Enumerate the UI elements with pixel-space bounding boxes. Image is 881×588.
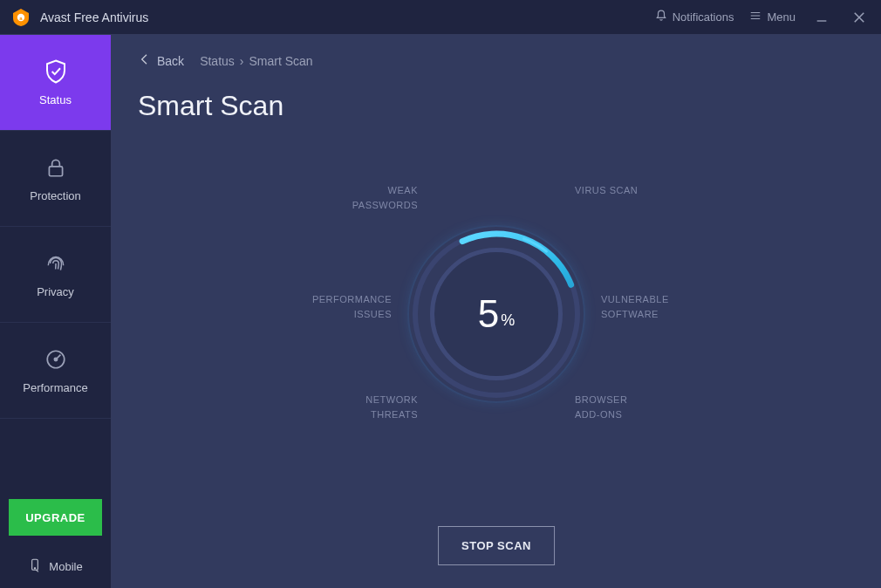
sidebar-item-label: Mobile xyxy=(49,560,82,573)
sidebar-item-label: Privacy xyxy=(37,285,74,298)
menu-label: Menu xyxy=(767,10,796,24)
notifications-button[interactable]: Notifications xyxy=(655,10,734,24)
lock-icon xyxy=(43,154,69,181)
percent-symbol: % xyxy=(501,311,515,330)
sidebar-item-label: Performance xyxy=(23,381,87,394)
category-virus-scan: VIRUS SCAN xyxy=(575,183,638,198)
top-row: Back Status › Smart Scan xyxy=(138,52,855,69)
sidebar-item-mobile[interactable]: Mobile xyxy=(0,544,111,588)
breadcrumb: Status › Smart Scan xyxy=(200,54,313,68)
main-content: Back Status › Smart Scan Smart Scan WEAK… xyxy=(112,35,881,588)
close-button[interactable] xyxy=(848,6,871,29)
page-title: Smart Scan xyxy=(138,90,855,122)
hamburger-icon xyxy=(749,10,761,24)
upgrade-button[interactable]: UPGRADE xyxy=(9,499,102,536)
gauge-icon xyxy=(43,346,69,373)
back-label: Back xyxy=(157,54,184,68)
sidebar-item-label: Status xyxy=(39,93,72,106)
progress-percent: 5 % xyxy=(409,227,584,401)
stop-scan-button[interactable]: STOP SCAN xyxy=(438,526,555,565)
progress-ring: 5 % xyxy=(409,227,584,401)
menu-button[interactable]: Menu xyxy=(749,10,796,24)
progress-value: 5 xyxy=(478,292,499,336)
breadcrumb-current: Smart Scan xyxy=(249,54,313,68)
titlebar: a Avast Free Antivirus Notifications Men… xyxy=(0,0,881,35)
sidebar: Status Protection Privacy Performance UP… xyxy=(0,35,112,588)
avast-logo-icon: a xyxy=(10,7,31,28)
shield-check-icon xyxy=(43,58,69,85)
sidebar-item-performance[interactable]: Performance xyxy=(0,323,111,419)
sidebar-item-privacy[interactable]: Privacy xyxy=(0,227,111,323)
category-vulnerable-software: VULNERABLE SOFTWARE xyxy=(601,292,669,321)
fingerprint-icon xyxy=(43,250,69,277)
svg-point-4 xyxy=(54,358,57,360)
mobile-icon xyxy=(28,558,42,575)
minimize-button[interactable] xyxy=(811,7,832,28)
app-title: Avast Free Antivirus xyxy=(40,10,655,24)
titlebar-actions: Notifications Menu xyxy=(655,6,871,29)
breadcrumb-separator: › xyxy=(240,54,244,68)
svg-point-6 xyxy=(35,567,36,568)
scan-area: WEAK PASSWORDS VIRUS SCAN PERFORMANCE IS… xyxy=(112,166,881,462)
sidebar-item-label: Protection xyxy=(30,189,81,202)
bell-icon xyxy=(655,10,667,24)
sidebar-item-protection[interactable]: Protection xyxy=(0,131,111,227)
breadcrumb-root[interactable]: Status xyxy=(200,54,235,68)
category-weak-passwords: WEAK PASSWORDS xyxy=(352,183,418,212)
category-performance-issues: PERFORMANCE ISSUES xyxy=(312,292,392,321)
back-button[interactable]: Back xyxy=(138,52,184,69)
svg-rect-2 xyxy=(49,167,62,176)
notifications-label: Notifications xyxy=(673,10,734,24)
sidebar-item-status[interactable]: Status xyxy=(0,35,111,131)
arrow-left-icon xyxy=(138,52,152,69)
